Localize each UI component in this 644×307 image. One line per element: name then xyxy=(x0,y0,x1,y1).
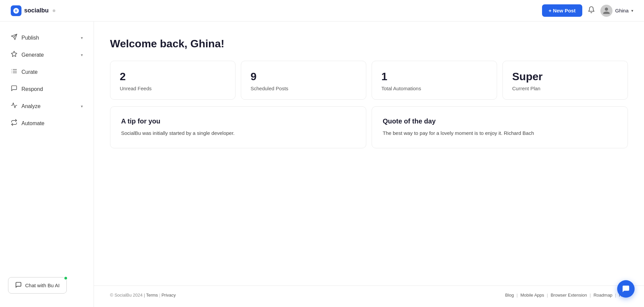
footer-right: Blog | Mobile Apps | Browser Extension |… xyxy=(505,293,628,298)
float-chat-button[interactable] xyxy=(617,280,635,298)
publish-chevron: ▾ xyxy=(81,36,83,40)
sidebar-label-publish: Publish xyxy=(21,35,39,41)
avatar-area[interactable]: Ghina ▾ xyxy=(600,5,633,17)
sidebar-nav: Publish ▾ Generate ▾ xyxy=(0,30,94,132)
total-automations-label: Total Automations xyxy=(381,86,487,91)
chat-icon xyxy=(15,282,22,289)
footer-terms-link[interactable]: Terms xyxy=(146,293,158,298)
sidebar-item-analyze[interactable]: Analyze ▾ xyxy=(3,98,91,114)
layout: Publish ▾ Generate ▾ xyxy=(0,0,644,286)
send-icon xyxy=(11,34,17,42)
sidebar-item-automate[interactable]: Automate xyxy=(3,115,91,132)
sidebar-label-generate: Generate xyxy=(21,52,44,58)
scheduled-posts-number: 9 xyxy=(251,70,357,83)
footer-sep-5: | xyxy=(615,293,616,298)
tip-title: A tip for you xyxy=(121,117,355,125)
sidebar-label-automate: Automate xyxy=(21,120,44,126)
footer-sep-4: | xyxy=(590,293,591,298)
avatar-icon xyxy=(602,7,610,15)
new-post-button[interactable]: + New Post xyxy=(542,4,582,17)
tip-text: SocialBu was initially started by a sing… xyxy=(121,129,355,137)
generate-chevron: ▾ xyxy=(81,53,83,57)
logo-icon xyxy=(11,5,21,16)
footer: © SocialBu 2024 | Terms | Privacy Blog |… xyxy=(94,286,644,304)
username-label: Ghina xyxy=(615,8,629,13)
stat-card-current-plan: Super Current Plan xyxy=(502,61,628,100)
stat-card-total-automations: 1 Total Automations xyxy=(372,61,497,100)
sidebar-label-respond: Respond xyxy=(21,86,43,92)
chat-online-dot xyxy=(64,276,68,280)
user-menu-chevron: ▾ xyxy=(631,8,633,13)
logo-area: socialbu xyxy=(11,5,55,16)
header: socialbu + New Post Ghina ▾ xyxy=(0,0,644,21)
list-icon xyxy=(11,68,17,76)
total-automations-number: 1 xyxy=(381,70,487,83)
welcome-title: Welcome back, Ghina! xyxy=(110,38,628,50)
sidebar-item-curate-left: Curate xyxy=(11,68,38,76)
footer-roadmap-link[interactable]: Roadmap xyxy=(593,293,612,298)
footer-browser-extension-link[interactable]: Browser Extension xyxy=(551,293,587,298)
footer-privacy-link[interactable]: Privacy xyxy=(161,293,176,298)
header-right: + New Post Ghina ▾ xyxy=(542,4,633,17)
quote-text: The best way to pay for a lovely moment … xyxy=(383,129,617,137)
quote-card: Quote of the day The best way to pay for… xyxy=(372,106,628,148)
bell-icon[interactable] xyxy=(588,6,595,15)
message-icon xyxy=(11,85,17,93)
sidebar-item-generate-left: Generate xyxy=(11,51,44,59)
chat-btn-label: Chat with Bu AI xyxy=(25,283,60,288)
tip-card: A tip for you SocialBu was initially sta… xyxy=(110,106,366,148)
sidebar-item-publish-left: Publish xyxy=(11,34,39,42)
sidebar: Publish ▾ Generate ▾ xyxy=(0,21,94,307)
footer-sep-2: | xyxy=(517,293,518,298)
analyze-chevron: ▾ xyxy=(81,104,83,109)
logo-text: socialbu xyxy=(24,7,49,14)
sidebar-item-generate[interactable]: Generate ▾ xyxy=(3,47,91,63)
copyright-text: © SocialBu 2024 | xyxy=(110,293,145,298)
footer-blog-link[interactable]: Blog xyxy=(505,293,514,298)
sidebar-label-curate: Curate xyxy=(21,69,38,75)
footer-mobile-apps-link[interactable]: Mobile Apps xyxy=(520,293,544,298)
scheduled-posts-label: Scheduled Posts xyxy=(251,86,357,91)
sidebar-item-respond-left: Respond xyxy=(11,85,43,93)
info-row: A tip for you SocialBu was initially sta… xyxy=(110,106,628,148)
chat-with-bu-ai-button[interactable]: Chat with Bu AI xyxy=(8,277,67,294)
sidebar-item-analyze-left: Analyze xyxy=(11,102,41,110)
chat-btn-area: Chat with Bu AI xyxy=(0,272,94,299)
sidebar-item-respond[interactable]: Respond xyxy=(3,81,91,97)
stat-card-scheduled-posts: 9 Scheduled Posts xyxy=(241,61,366,100)
sidebar-label-analyze: Analyze xyxy=(21,103,41,109)
quote-title: Quote of the day xyxy=(383,117,617,125)
logo-status-dot xyxy=(53,9,55,12)
main-content: Welcome back, Ghina! 2 Unread Feeds 9 Sc… xyxy=(94,21,644,286)
sidebar-item-automate-left: Automate xyxy=(11,119,44,127)
unread-feeds-number: 2 xyxy=(120,70,226,83)
footer-sep-3: | xyxy=(547,293,548,298)
stats-row: 2 Unread Feeds 9 Scheduled Posts 1 Total… xyxy=(110,61,628,100)
star-icon xyxy=(11,51,17,59)
current-plan-value: Super xyxy=(512,70,618,83)
sidebar-item-curate[interactable]: Curate xyxy=(3,64,91,80)
unread-feeds-label: Unread Feeds xyxy=(120,86,226,91)
float-chat-icon xyxy=(622,285,630,293)
refresh-icon xyxy=(11,119,17,127)
sidebar-item-publish[interactable]: Publish ▾ xyxy=(3,30,91,46)
footer-left: © SocialBu 2024 | Terms | Privacy xyxy=(110,293,176,298)
current-plan-label: Current Plan xyxy=(512,86,618,91)
svg-marker-2 xyxy=(11,51,17,57)
chart-icon xyxy=(11,102,17,110)
logo-svg xyxy=(13,7,19,14)
avatar xyxy=(600,5,612,17)
stat-card-unread-feeds: 2 Unread Feeds xyxy=(110,61,235,100)
